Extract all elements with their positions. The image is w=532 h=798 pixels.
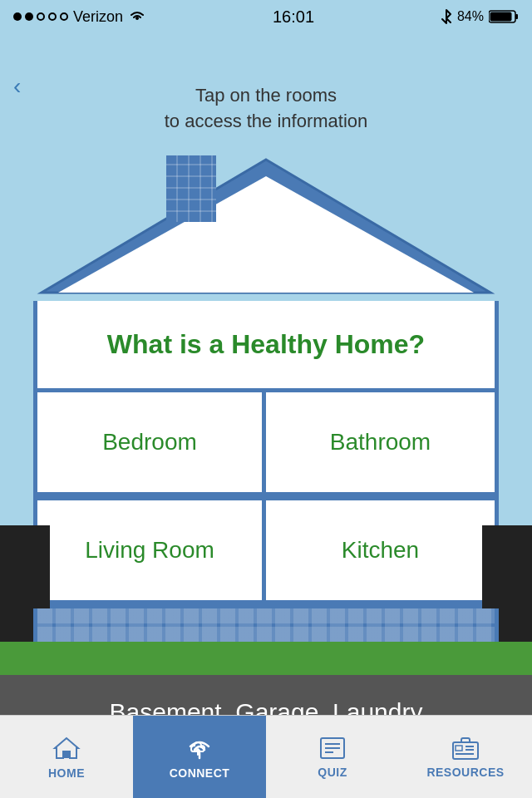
bottom-nav: HOME CONNECT QUIZ [0, 715, 532, 798]
chimney-top [166, 155, 216, 222]
battery-percent: 84% [457, 9, 484, 24]
svg-rect-13 [466, 749, 474, 751]
battery-icon [489, 9, 519, 24]
nav-home[interactable]: HOME [0, 716, 133, 798]
roof-area [0, 151, 532, 301]
nav-connect[interactable]: CONNECT [133, 716, 266, 798]
svg-marker-4 [58, 176, 474, 293]
bathroom-button[interactable]: Bathroom [266, 392, 495, 492]
signal-dot-5 [60, 12, 68, 21]
resources-icon [451, 736, 480, 761]
nav-connect-label: CONNECT [170, 766, 230, 780]
foundation-strip [33, 608, 499, 642]
signal-dot-1 [13, 12, 22, 21]
rooms-grid-row1: Bedroom Bathroom [37, 392, 495, 496]
svg-rect-14 [456, 753, 474, 755]
bedroom-label: Bedroom [102, 429, 197, 456]
nav-home-label: HOME [48, 766, 85, 780]
ground [0, 642, 532, 675]
signal-dots [13, 12, 68, 21]
bathroom-label: Bathroom [330, 429, 431, 456]
bedroom-button[interactable]: Bedroom [37, 392, 266, 492]
instruction-line1: Tap on the rooms [195, 85, 337, 106]
instruction-text: Tap on the rooms to access the informati… [0, 75, 532, 143]
instruction-line2: to access the information [165, 111, 368, 131]
signal-dot-4 [48, 12, 57, 21]
wifi-icon [128, 10, 146, 23]
status-left: Verizon [13, 8, 146, 26]
home-icon [52, 735, 81, 761]
kitchen-label: Kitchen [342, 537, 419, 564]
living-room-label: Living Room [85, 537, 214, 564]
back-button[interactable]: ‹ [13, 73, 21, 100]
nav-resources-label: RESOURCES [426, 766, 504, 779]
nav-quiz[interactable]: QUIZ [266, 716, 399, 798]
svg-rect-2 [490, 12, 511, 22]
house-body: What is a Healthy Home? Bedroom Bathroom… [33, 301, 499, 608]
svg-rect-1 [515, 14, 518, 19]
svg-rect-12 [466, 746, 474, 747]
house-wrapper: What is a Healthy Home? Bedroom Bathroom… [0, 151, 532, 715]
rooms-grid-row2: Living Room Kitchen [37, 496, 495, 604]
svg-rect-11 [456, 746, 462, 751]
bluetooth-icon [441, 8, 452, 25]
top-room-button[interactable]: What is a Healthy Home? [37, 301, 495, 392]
chimney [166, 155, 216, 222]
basement-label: Basement, Garage, Laundry [110, 698, 423, 715]
landscape-area [0, 642, 532, 675]
nav-resources[interactable]: RESOURCES [399, 716, 532, 798]
carrier-label: Verizon [73, 8, 123, 26]
status-bar: Verizon 16:01 84% [0, 0, 532, 33]
status-time: 16:01 [273, 7, 314, 27]
top-room-label: What is a Healthy Home? [91, 329, 441, 360]
kitchen-button[interactable]: Kitchen [266, 500, 495, 600]
living-room-button[interactable]: Living Room [37, 500, 266, 600]
roof-svg [25, 151, 507, 301]
basement-button[interactable]: Basement, Garage, Laundry [0, 675, 532, 715]
nav-quiz-label: QUIZ [318, 766, 347, 779]
main-content: ‹ Tap on the rooms to access the informa… [0, 33, 532, 715]
status-right: 84% [441, 8, 519, 25]
connect-icon [185, 735, 214, 761]
signal-dot-2 [25, 12, 33, 21]
svg-rect-5 [63, 751, 70, 758]
signal-dot-3 [37, 12, 45, 21]
quiz-icon [318, 736, 347, 761]
